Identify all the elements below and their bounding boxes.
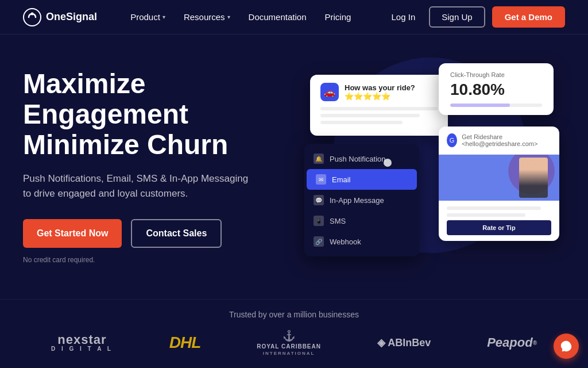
svg-point-0 xyxy=(24,9,41,26)
svg-point-1 xyxy=(31,12,34,15)
ride-line-3 xyxy=(320,121,403,124)
ride-content-lines xyxy=(320,107,438,124)
hero-right: 🚗 How was your ride? ⭐⭐⭐⭐⭐ Click-Through… xyxy=(299,52,565,299)
email-body: Rate or Tip xyxy=(439,201,559,241)
login-button[interactable]: Log In xyxy=(385,7,423,26)
nav-links: Product ▾ Resources ▾ Documentation Pric… xyxy=(130,12,351,22)
push-icon: 🔔 xyxy=(314,154,324,164)
channel-sms[interactable]: 📱 SMS xyxy=(304,210,419,231)
nav-resources[interactable]: Resources ▾ xyxy=(184,12,230,22)
hero-subtitle: Push Notifications, Email, SMS & In-App … xyxy=(23,171,253,201)
channel-email[interactable]: ✉ Email xyxy=(307,169,417,190)
dhl-logo: DHL xyxy=(169,334,201,352)
royal-caribbean-logo: ⚓ ROYAL CARIBBEAN INTERNATIONAL xyxy=(257,329,321,356)
logo[interactable]: OneSignal xyxy=(23,8,97,26)
hero-left: Maximize Engagement Minimize Churn Push … xyxy=(23,57,299,299)
sms-icon: 📱 xyxy=(314,216,324,226)
email-icon: ✉ xyxy=(316,174,326,185)
ctr-label: Click-Through Rate xyxy=(450,71,542,78)
ride-line-2 xyxy=(320,114,420,117)
email-img-person xyxy=(519,158,548,198)
ride-card: 🚗 How was your ride? ⭐⭐⭐⭐⭐ xyxy=(310,75,448,136)
trusted-title: Trusted by over a million businesses xyxy=(23,310,565,319)
nexstar-logo: nexstar D I G I T A L xyxy=(51,334,113,352)
hero-buttons: Get Started Now Contact Sales xyxy=(23,219,299,248)
nav-product[interactable]: Product ▾ xyxy=(130,12,165,22)
email-cta-button[interactable]: Rate or Tip xyxy=(447,220,551,235)
channel-push[interactable]: 🔔 Push Notification xyxy=(304,148,419,169)
nav-pricing[interactable]: Pricing xyxy=(325,12,351,22)
ride-icon: 🚗 xyxy=(320,83,339,101)
email-header: G Get Rideshare <hello@getrideshare.com> xyxy=(439,126,559,155)
signup-button[interactable]: Sign Up xyxy=(429,6,485,28)
logos-row: nexstar D I G I T A L DHL ⚓ ROYAL CARIBB… xyxy=(23,329,565,356)
hero-section: Maximize Engagement Minimize Churn Push … xyxy=(0,34,588,299)
ride-card-title: How was your ride? xyxy=(345,83,415,92)
trusted-section: Trusted by over a million businesses nex… xyxy=(0,299,588,365)
channel-inapp[interactable]: 💬 In-App Message xyxy=(304,190,419,210)
channel-list: 🔔 Push Notification ✉ Email 💬 In-App Mes… xyxy=(304,144,419,256)
email-preview-card: G Get Rideshare <hello@getrideshare.com>… xyxy=(439,126,559,241)
channel-webhook[interactable]: 🔗 Webhook xyxy=(304,231,419,252)
get-started-button[interactable]: Get Started Now xyxy=(23,219,122,248)
ride-line-1 xyxy=(320,107,438,110)
no-credit-text: No credit card required. xyxy=(23,256,299,264)
abinbev-logo: ◈ ABInBev xyxy=(377,336,431,349)
nav-right: Log In Sign Up Get a Demo xyxy=(385,6,565,28)
ctr-bar-fill xyxy=(450,103,510,107)
contact-sales-button[interactable]: Contact Sales xyxy=(131,219,222,248)
chat-bubble[interactable] xyxy=(554,334,579,359)
peapod-logo: Peapod® xyxy=(487,335,537,350)
ctr-bar xyxy=(450,103,542,107)
email-from: Get Rideshare <hello@getrideshare.com> xyxy=(462,133,551,147)
nav-documentation[interactable]: Documentation xyxy=(249,12,307,22)
email-image xyxy=(439,155,559,201)
inapp-icon: 💬 xyxy=(314,195,324,205)
hero-title: Maximize Engagement Minimize Churn xyxy=(23,69,299,160)
email-line-1 xyxy=(447,206,541,210)
ctr-value: 10.80% xyxy=(450,80,542,99)
sender-avatar: G xyxy=(447,133,457,147)
ctr-card: Click-Through Rate 10.80% xyxy=(439,63,554,115)
ride-stars: ⭐⭐⭐⭐⭐ xyxy=(345,92,415,101)
navbar: OneSignal Product ▾ Resources ▾ Document… xyxy=(0,0,588,34)
webhook-icon: 🔗 xyxy=(314,236,324,247)
email-line-2 xyxy=(447,213,525,217)
demo-button[interactable]: Get a Demo xyxy=(492,6,565,28)
